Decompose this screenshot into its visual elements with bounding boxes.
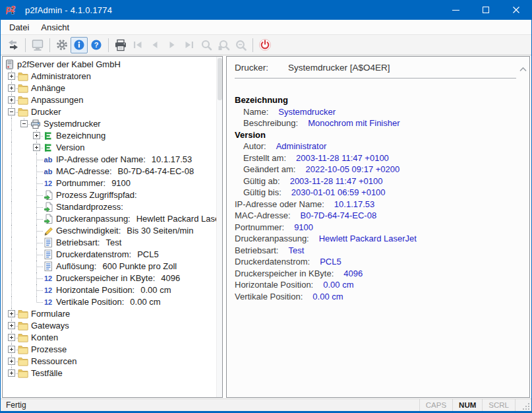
details-scrollbar[interactable]	[518, 63, 527, 75]
status-bar: Fertig CAPSNUMSCRL	[1, 398, 531, 411]
transfer-button[interactable]	[5, 37, 22, 53]
tree-item-p2fserver-der-kabel-gmbh[interactable]: p2fServer der Kabel GmbH	[3, 59, 216, 71]
tree-guide-line	[11, 284, 12, 296]
tree-item-standardprozess[interactable]: Standardprozess:	[3, 201, 216, 213]
expand-plus-icon[interactable]	[8, 84, 15, 92]
tree-item-prozesse[interactable]: Prozesse	[3, 344, 216, 356]
tree-guide-line	[11, 237, 12, 249]
doc-arrow-icon	[43, 202, 53, 212]
field-value: B0-7D-64-74-EC-08	[301, 210, 377, 220]
collapse-minus-icon[interactable]	[8, 108, 15, 115]
settings-gear-button[interactable]	[53, 37, 71, 53]
tree-item-portnummer[interactable]: 12Portnummer:9100	[3, 177, 216, 189]
menu-item-datei[interactable]: Datei	[3, 21, 35, 34]
group-icon	[43, 131, 53, 141]
tree-item-label: Standardprozess:	[56, 202, 123, 212]
tree-item-druckerdatenstrom[interactable]: Druckerdatenstrom:PCL5	[3, 249, 216, 261]
field-value: 0.00 cm	[323, 280, 353, 290]
resize-grip[interactable]	[521, 402, 530, 410]
nav-next-button[interactable]	[163, 37, 181, 53]
tree-guide-line	[11, 225, 12, 237]
detail-row-ge-ndert-am: Geändert am:2022-10-05 09:17 +0200	[235, 164, 520, 176]
zoom-page-button[interactable]	[215, 37, 232, 53]
nav-prev-button[interactable]	[146, 37, 163, 53]
toolbar-separator	[252, 38, 253, 52]
tree-item-betriebsart[interactable]: Betriebsart:Test	[3, 237, 216, 249]
zoom-page-icon	[218, 39, 230, 51]
tree-guide-line	[37, 255, 43, 255]
expand-plus-icon[interactable]	[33, 144, 40, 151]
tree-guide-line	[11, 118, 12, 130]
tree-item-formulare[interactable]: Formulare	[3, 308, 216, 320]
minimize-button[interactable]	[440, 0, 471, 20]
tree-item-version[interactable]: Version	[3, 142, 216, 154]
tree-item-gateways[interactable]: Gateways	[3, 320, 216, 332]
tree-item-vertikale-position[interactable]: 12Vertikale Position:0.00 cm	[3, 296, 216, 308]
tree-item-label: Auflösung:600 Punkte pro Zoll	[56, 261, 177, 271]
expand-plus-icon[interactable]	[8, 310, 15, 317]
tree-item-anh-nge[interactable]: Anhänge	[3, 82, 216, 94]
help-button[interactable]: ?	[88, 37, 105, 53]
info-button[interactable]	[71, 37, 88, 53]
tree-item-label: Version	[56, 143, 84, 152]
group-icon	[43, 143, 53, 153]
remote-monitor-button[interactable]	[29, 37, 46, 53]
tree-item-mac-adresse[interactable]: abMAC-Adresse:B0-7D-64-74-EC-08	[3, 166, 216, 177]
tree-guide-line	[11, 249, 12, 261]
tree-item-druckerspeicher-in-kbyte[interactable]: 12Druckerspeicher in KByte:4096	[3, 272, 216, 284]
info-icon	[73, 39, 85, 51]
number-icon: 12	[43, 273, 53, 284]
zoom-out-icon	[235, 39, 247, 51]
tree-item-label: Ressourcen	[31, 356, 76, 366]
expand-plus-icon[interactable]	[8, 358, 15, 365]
tree-scrollbar-thumb[interactable]	[218, 58, 222, 100]
tree-item-anpassungen[interactable]: Anpassungen	[3, 94, 216, 106]
exit-power-button[interactable]	[256, 37, 274, 53]
nav-last-button[interactable]	[181, 37, 198, 53]
tree-item-testf-lle[interactable]: Testfälle	[3, 367, 216, 379]
tree-guide-line	[11, 177, 12, 189]
tree-item-bezeichnung[interactable]: Bezeichnung	[3, 130, 216, 142]
app-window: f p2 p2fAdmin - 4.1.0.1774 DateiAnsicht …	[0, 0, 532, 413]
zoom-out-button[interactable]	[232, 37, 249, 53]
tree-item-ip-adresse-oder-name[interactable]: abIP-Adresse oder Name:10.1.17.53	[3, 154, 216, 166]
nav-next-icon	[166, 40, 178, 50]
expand-plus-icon[interactable]	[8, 73, 15, 80]
tree-item-label: Prozess Zugriffspfad:	[56, 190, 137, 200]
field-value: 2030-01-01 06:59 +0100	[291, 187, 386, 197]
field-label: Gültig bis:	[243, 187, 281, 197]
tree-item-prozess-zugriffspfad[interactable]: Prozess Zugriffspfad:	[3, 189, 216, 201]
tree-item-drucker[interactable]: Drucker	[3, 106, 216, 118]
expand-plus-icon[interactable]	[8, 322, 15, 329]
expand-plus-icon[interactable]	[8, 334, 15, 341]
maximize-button[interactable]	[471, 0, 501, 20]
menu-item-ansicht[interactable]: Ansicht	[35, 21, 75, 34]
tree-item-systemdrucker[interactable]: Systemdrucker	[3, 118, 216, 130]
expand-plus-icon[interactable]	[8, 96, 15, 104]
detail-row-druckerspeicher-in-kbyte: Druckerspeicher in KByte:4096	[235, 269, 520, 280]
nav-first-button[interactable]	[129, 37, 146, 53]
close-button[interactable]	[501, 0, 531, 20]
zoom-button[interactable]	[198, 37, 215, 53]
collapse-minus-icon[interactable]	[20, 120, 28, 127]
close-icon	[512, 6, 520, 14]
tree-item-horizontale-position[interactable]: 12Horizontale Position:0.00 cm	[3, 284, 216, 296]
tree-item-aufl-sung[interactable]: Auflösung:600 Punkte pro Zoll	[3, 261, 216, 272]
tree-item-druckeranpassung[interactable]: Druckeranpassung:Hewlett Packard LaserJe…	[3, 213, 216, 225]
expand-plus-icon[interactable]	[33, 132, 40, 139]
print-button[interactable]	[112, 37, 129, 53]
tree-item-administratoren[interactable]: Administratoren	[3, 71, 216, 82]
number-icon: 12	[43, 297, 53, 307]
expand-plus-icon[interactable]	[8, 369, 15, 377]
tree-item-label: Konten	[31, 333, 58, 342]
detail-section-version: Version	[235, 130, 520, 142]
tree-item-geschwindigkeit[interactable]: Geschwindigkeit:Bis 30 Seiten/min	[3, 225, 216, 237]
expand-plus-icon[interactable]	[8, 346, 15, 353]
tree-item-ressourcen[interactable]: Ressourcen	[3, 356, 216, 367]
tree-item-konten[interactable]: Konten	[3, 332, 216, 344]
detail-row-g-ltig-ab: Gültig ab:2003-11-28 11:47 +0100	[235, 176, 520, 188]
detail-row-g-ltig-bis: Gültig bis:2030-01-01 06:59 +0100	[235, 187, 520, 199]
svg-text:?: ?	[94, 41, 99, 49]
tree-guide-line	[37, 267, 43, 267]
tree-scrollbar[interactable]	[216, 57, 222, 397]
